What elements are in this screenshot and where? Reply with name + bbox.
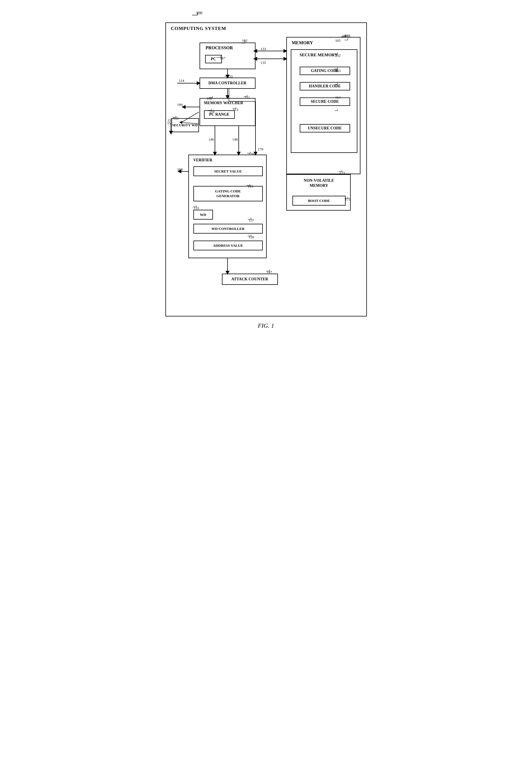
ref-108: 108: [345, 34, 350, 38]
address-value-box: ADDRESS VALUE: [193, 241, 263, 250]
secret-value-label: SECRET VALUE: [214, 169, 242, 174]
ref-164: 164: [335, 95, 341, 100]
svg-text:135: 135: [261, 60, 266, 65]
address-value-label: ADDRESS VALUE: [213, 243, 243, 248]
svg-text:148: 148: [232, 137, 238, 141]
boot-code-box: BOOT CODE: [293, 196, 346, 205]
ref-167-tick: [216, 56, 222, 59]
svg-text:146: 146: [209, 137, 214, 141]
secure-code-label: SECURE CODE: [311, 100, 339, 104]
verifier-label: VERIFIER: [193, 158, 212, 163]
secure-memory-box: SECURE MEMORY GATING CODE HANDLER CODE S…: [291, 49, 357, 153]
ref-137-tick: [248, 218, 252, 221]
page: 100 COMPUTING SYSTEM PROCESSOR PC 102 16…: [160, 6, 373, 346]
ref-123-tick: [339, 170, 343, 173]
boot-code-label: BOOT CODE: [308, 198, 330, 203]
ref-164-tick: [335, 109, 339, 112]
unsecure-code-box: UNSECURE CODE: [300, 124, 350, 133]
computing-system-label: COMPUTING SYSTEM: [171, 26, 226, 31]
nonvolatile-memory-label: NON-VOLATILE MEMORY: [295, 178, 343, 188]
secure-code-box: SECURE CODE: [300, 98, 350, 106]
ref-163-tick: [335, 83, 339, 86]
ref-100-tick: [192, 12, 200, 18]
figure-label: FIG. 1: [163, 322, 370, 329]
ref-139-tick: [248, 235, 252, 237]
wd-inner-label: WD: [200, 213, 206, 217]
outer-computing-system-box: COMPUTING SYSTEM PROCESSOR PC 102 167 ME…: [165, 22, 367, 317]
memory-watcher-label: MEMORY WATCHER: [204, 101, 243, 105]
ref-116-tick: [208, 109, 212, 112]
svg-text:133: 133: [261, 47, 266, 51]
ref-162: 162: [335, 53, 341, 58]
gating-code-generator-label: GATING CODE GENERATOR: [215, 189, 241, 198]
svg-text:189: 189: [177, 103, 183, 107]
processor-box: PROCESSOR PC: [200, 43, 256, 69]
ref-163: 163: [335, 69, 341, 73]
svg-text:114: 114: [179, 78, 184, 83]
ref-157: 157: [167, 121, 173, 126]
attack-counter-box: ATTACK COUNTER: [222, 274, 278, 285]
ref-165: 165: [335, 38, 341, 43]
memory-outer-box: MEMORY SECURE MEMORY GATING CODE HANDLER…: [286, 37, 360, 174]
ref-159-tick: [173, 116, 177, 119]
dma-controller-label: DMA CONTROLLER: [209, 81, 246, 85]
secure-memory-label: SECURE MEMORY: [300, 53, 338, 57]
verifier-box: VERIFIER SECRET VALUE GATING CODE GENERA…: [188, 155, 267, 258]
ref-118-tick: [209, 96, 213, 100]
gating-code-box: GATING CODE: [300, 67, 350, 75]
ref-113-tick: [233, 107, 237, 110]
svg-text:179: 179: [258, 147, 263, 151]
unsecure-code-label: UNSECURE CODE: [308, 126, 342, 130]
ref-111-tick: [244, 95, 248, 98]
ref-147-tick: [266, 270, 271, 272]
wd-controller-label: WD CONTROLLER: [211, 227, 244, 231]
ref-175-tick: [345, 197, 349, 200]
ref-108-tick: [345, 38, 350, 42]
ref-129-tick: [247, 152, 252, 155]
svg-text:169: 169: [177, 167, 183, 171]
nonvolatile-memory-box: NON-VOLATILE MEMORY BOOT CODE: [286, 174, 350, 211]
wd-inner-box: WD: [193, 210, 213, 220]
secret-value-box: SECRET VALUE: [193, 167, 263, 176]
memory-outer-label: MEMORY: [292, 40, 313, 45]
memory-watcher-box: MEMORY WATCHER PC RANGE: [200, 98, 256, 126]
ref-155-tick: [225, 74, 230, 78]
ref-131-tick: [193, 205, 197, 208]
security-wd-label: SECURITY WD: [172, 123, 198, 127]
pc-label: PC: [211, 57, 216, 61]
handler-code-box: HANDLER CODE: [300, 82, 350, 90]
attack-counter-label: ATTACK COUNTER: [232, 277, 268, 282]
dma-controller-box: DMA CONTROLLER: [200, 77, 256, 89]
wd-controller-box: WD CONTROLLER: [193, 224, 263, 233]
ref-195-tick: [246, 184, 251, 187]
ref-102-tick: [241, 40, 247, 45]
processor-label: PROCESSOR: [206, 45, 233, 50]
